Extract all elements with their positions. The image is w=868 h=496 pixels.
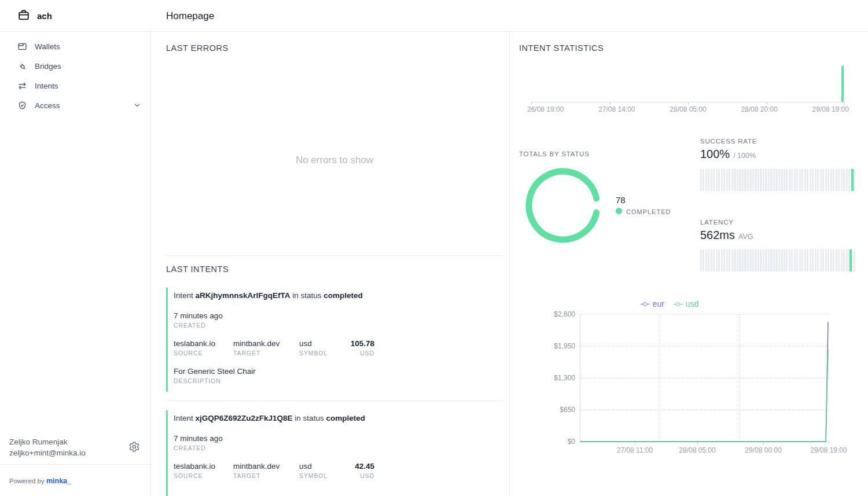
user-email: zeljko+mint@minka.io [9, 449, 86, 457]
usd-marker-icon [674, 302, 683, 306]
x-axis-label: 27/08 11:00 [609, 446, 661, 454]
success-marker [851, 169, 854, 191]
intent-id: aRKjhymnnskArlFgqEfTA [196, 291, 290, 300]
sidebar-item-intents[interactable]: Intents [0, 76, 150, 95]
intent-status: completed [323, 291, 363, 300]
success-rate-target: / 100% [733, 152, 756, 160]
intent-fields-row: teslabank.io SOURCE mintbank.dev TARGET … [174, 462, 503, 479]
created-field: 7 minutes ago CREATED [174, 434, 503, 451]
y-axis-label: $650 [540, 406, 575, 414]
latency-value-row: 562ms AVG [700, 229, 753, 242]
completed-count: 78 [616, 195, 626, 205]
volume-chart-legend: eur usd [510, 299, 829, 308]
sidebar-item-label: Bridges [35, 62, 61, 71]
description-field: For Generic Steel Chair DESCRIPTION [174, 367, 503, 384]
source-field: teslabank.io SOURCE [174, 339, 233, 357]
x-axis-label: 28/08 05:00 [671, 446, 723, 454]
intent-statistics-panel: INTENT STATISTICS 26/08 19:00 27/08 14:0… [510, 32, 868, 496]
x-axis-label: 29/08 00:00 [737, 446, 789, 454]
last-intents-title: LAST INTENTS [166, 264, 229, 274]
minka-link[interactable]: minka_ [46, 477, 71, 485]
brand[interactable]: ach [17, 0, 52, 32]
intent-title: Intent aRKjhymnnskArlFgqEfTA in status c… [174, 291, 503, 300]
y-axis-label: $1,950 [540, 342, 575, 350]
completed-legend-label: COMPLETED [626, 208, 671, 215]
sidebar-item-label: Access [35, 101, 60, 110]
sidebar-item-wallets[interactable]: Wallets [0, 36, 150, 56]
intent-timeline-chart [531, 67, 845, 102]
latency-label: LATENCY [700, 219, 734, 226]
success-rate-value: 100% [700, 148, 730, 161]
intent-statistics-title: INTENT STATISTICS [519, 43, 604, 53]
powered-by: Powered by minka_ [9, 477, 71, 485]
sidebar-item-label: Intents [35, 82, 58, 90]
wallet-icon [17, 42, 27, 52]
latency-unit: AVG [738, 233, 753, 241]
success-rate-label: SUCCESS RATE [700, 138, 757, 145]
y-axis-label: $1,300 [540, 374, 575, 382]
legend-usd[interactable]: usd [674, 299, 699, 308]
sidebar-nav: Wallets Bridges [0, 32, 150, 115]
target-field: mintbank.dev TARGET [233, 462, 299, 479]
success-rate-strip-chart [700, 169, 856, 191]
volume-line-chart: $2,600 $1,950 $1,300 $650 $0 27/08 11:00… [580, 314, 829, 442]
page-title: Homepage [166, 0, 214, 32]
legend-eur[interactable]: eur [641, 299, 664, 308]
no-errors-message: No errors to show [166, 155, 503, 166]
divider [0, 464, 151, 465]
intent-id: xjGQP6Z692Zu2zFkJ1Q8E [196, 414, 293, 422]
divider [166, 401, 503, 401]
y-axis-label: $2,600 [540, 310, 575, 318]
created-field: 7 minutes ago CREATED [174, 311, 503, 329]
totals-by-status-label: TOTALS BY STATUS [519, 150, 590, 157]
sidebar: Wallets Bridges [0, 32, 151, 496]
x-axis-label: 29/08 19:00 [803, 446, 855, 454]
sidebar-item-bridges[interactable]: Bridges [0, 56, 150, 76]
transfer-arrows-icon [17, 81, 27, 91]
timeline-x-labels: 26/08 19:00 27/08 14:00 28/08 05:00 28/0… [527, 105, 849, 113]
last-errors-title: LAST ERRORS [166, 43, 229, 53]
intent-card[interactable]: Intent aRKjhymnnskArlFgqEfTA in status c… [166, 288, 503, 392]
ledger-bag-icon [17, 9, 30, 24]
eur-marker-icon [641, 302, 650, 306]
main-column: LAST ERRORS No errors to show LAST INTEN… [151, 32, 510, 496]
amount-field: 42.45 USD [349, 462, 374, 479]
y-axis-label: $0 [540, 438, 575, 446]
intent-title: Intent xjGQP6Z692Zu2zFkJ1Q8E in status c… [174, 414, 503, 422]
status-donut-chart [523, 165, 604, 246]
top-bar: ach Homepage [0, 0, 868, 32]
latency-strip-chart [700, 249, 856, 271]
settings-gear-icon[interactable] [128, 441, 141, 454]
success-rate-value-row: 100% / 100% [700, 148, 756, 161]
target-field: mintbank.dev TARGET [233, 339, 299, 357]
sidebar-item-access[interactable]: Access [0, 95, 150, 115]
amount-field: 105.78 USD [349, 339, 374, 357]
latency-value: 562ms [700, 229, 735, 242]
latency-marker [849, 249, 852, 271]
plug-icon [17, 61, 27, 71]
chevron-down-icon[interactable] [133, 101, 141, 112]
symbol-field: usd SYMBOL [299, 339, 349, 357]
powered-by-prefix: Powered by [9, 477, 46, 484]
sidebar-item-label: Wallets [35, 42, 60, 51]
symbol-field: usd SYMBOL [299, 462, 349, 479]
source-field: teslabank.io SOURCE [174, 462, 233, 479]
completed-legend-dot [616, 208, 622, 214]
brand-name: ach [37, 11, 52, 21]
divider [166, 255, 503, 256]
intent-status: completed [326, 414, 365, 422]
dashboard-root: ach Homepage Wallets [0, 0, 868, 496]
intent-fields-row: teslabank.io SOURCE mintbank.dev TARGET … [174, 339, 503, 357]
user-name: Zeljko Rumenjak [9, 438, 68, 446]
shield-check-icon [17, 101, 27, 111]
intent-card[interactable]: Intent xjGQP6Z692Zu2zFkJ1Q8E in status c… [166, 410, 503, 496]
